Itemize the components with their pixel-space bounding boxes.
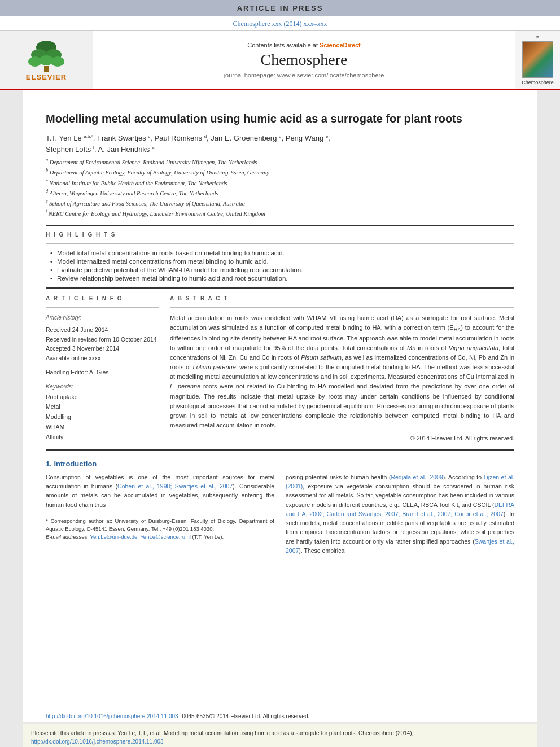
abstract-col: A B S T R A C T Metal accumulation in ro…	[170, 295, 514, 443]
author-romkens: Paul Römkens d,	[154, 134, 211, 142]
highlight-item: Review relationship between metal bindin…	[50, 275, 514, 282]
authors-line: T.T. Yen Le a,b,*, Frank Swartjes c, Pau…	[46, 133, 514, 155]
journal-cover-image	[522, 41, 553, 78]
footnote-area: * Corresponding author at: University of…	[46, 514, 274, 541]
author-lofts: Stephen Lofts f,	[46, 145, 98, 154]
article-info-abstract-area: A R T I C L E I N F O Article history: R…	[46, 295, 514, 443]
keyword-item: WHAM	[46, 422, 159, 433]
keyword-item: Root uptake	[46, 392, 159, 403]
article-info-col: A R T I C L E I N F O Article history: R…	[46, 295, 159, 443]
affiliations: a Department of Environmental Science, R…	[46, 157, 514, 219]
elsevier-logo-area: ELSEVIER	[0, 31, 93, 89]
issn-text: 0045-6535/© 2014 Elsevier Ltd. All right…	[182, 713, 309, 719]
journal-header-center: Contents lists available at ScienceDirec…	[93, 31, 515, 89]
contents-available: Contents lists available at ScienceDirec…	[247, 42, 361, 49]
introduction-section: 1. Introduction Consumption of vegetable…	[46, 460, 514, 555]
article-info-divider	[46, 307, 159, 308]
highlight-item: Model internalized metal concentrations …	[50, 258, 514, 265]
intro-col-right: posing potential risks to human health (…	[286, 473, 514, 555]
highlights-label: H I G H L I G H T S	[46, 231, 514, 238]
highlight-item: Model total metal concentrations in root…	[50, 250, 514, 256]
elsevier-tree-icon	[27, 39, 66, 73]
paper-title: Modelling metal accumulation using humic…	[46, 111, 514, 126]
elsevier-logo: ELSEVIER	[26, 39, 67, 81]
footnote-email: E-mail addresses: Yen.Le@uni-due.de, Yen…	[46, 533, 274, 541]
swartjes-ref-link[interactable]: Swartjes et al., 2007	[286, 538, 514, 554]
paper-body: Modelling metal accumulation using humic…	[23, 90, 537, 711]
author-hendriks: A. Jan Hendriks a	[98, 145, 155, 154]
available-date: Available online xxxx	[46, 353, 159, 363]
citation-text: Please cite this article in press as: Ye…	[31, 730, 413, 736]
email-link-1[interactable]: Yen.Le@uni-due.de	[90, 534, 138, 540]
svg-point-5	[51, 56, 64, 67]
highlights-list: Model total metal concentrations in root…	[50, 250, 514, 282]
journal-homepage: journal homepage: www.elsevier.com/locat…	[224, 72, 384, 78]
journal-cover-label: ≡	[536, 34, 539, 40]
email-link-2[interactable]: YenLe@science.ru.nl	[140, 534, 191, 540]
handling-editor: Handling Editor: A. Gies	[46, 368, 159, 377]
article-info-label: A R T I C L E I N F O	[46, 295, 159, 302]
top-divider	[46, 225, 514, 226]
accepted-date: Accepted 3 November 2014	[46, 344, 159, 353]
doi-bar: http://dx.doi.org/10.1016/j.chemosphere.…	[23, 711, 537, 722]
cover-journal-name: Chemosphere	[522, 80, 554, 85]
cohen-ref-link[interactable]: Cohen et al., 1998; Swartjes et al., 200…	[117, 483, 233, 490]
revised-date: Received in revised form 10 October 2014	[46, 335, 159, 344]
svg-rect-6	[44, 66, 49, 72]
copyright-line: © 2014 Elsevier Ltd. All rights reserved…	[170, 435, 514, 442]
sciencedirect-link[interactable]: ScienceDirect	[320, 42, 361, 49]
journal-citation[interactable]: Chemosphere xxx (2014) xxx–xxx	[233, 20, 327, 28]
doi-link[interactable]: http://dx.doi.org/10.1016/j.chemosphere.…	[46, 713, 178, 719]
highlights-section: H I G H L I G H T S Model total metal co…	[46, 231, 514, 282]
elsevier-text: ELSEVIER	[26, 73, 67, 81]
journal-link-bar: Chemosphere xxx (2014) xxx–xxx	[0, 16, 560, 31]
citation-doi-link[interactable]: http://dx.doi.org/10.1016/j.chemosphere.…	[31, 739, 164, 745]
article-in-press-banner: ARTICLE IN PRESS	[0, 0, 560, 16]
keyword-item: Affinity	[46, 433, 159, 443]
author-swartjes: Frank Swartjes c,	[97, 134, 155, 142]
article-history-label: Article history:	[46, 313, 159, 322]
abstract-bottom-divider	[46, 449, 514, 451]
keywords-label: Keywords:	[46, 382, 159, 391]
abstract-text: Metal accumulation in roots was modelled…	[170, 313, 514, 430]
intro-heading: 1. Introduction	[46, 460, 514, 468]
highlights-bottom-divider	[46, 287, 514, 289]
keywords-list: Root uptake Metal Modelling WHAM Affinit…	[46, 392, 159, 443]
intro-col-left: Consumption of vegetables is one of the …	[46, 473, 274, 555]
keyword-item: Metal	[46, 402, 159, 412]
citation-bar: Please cite this article in press as: Ye…	[23, 724, 537, 747]
author-wang: Peng Wang e,	[286, 134, 330, 142]
journal-cover-area: ≡ Chemosphere	[515, 31, 560, 89]
journal-title-big: Chemosphere	[261, 51, 348, 69]
defra-ref-link[interactable]: DEFRA and EA, 2002; Carlon and Swartjes,…	[286, 501, 514, 517]
article-info-section: Article history: Received 24 June 2014 R…	[46, 313, 159, 443]
intro-two-col: Consumption of vegetables is one of the …	[46, 473, 514, 555]
author-groenenberg: Jan E. Groenenberg d,	[211, 134, 285, 142]
footnote-corresponding: * Corresponding author at: University of…	[46, 517, 274, 534]
author-yen-le: T.T. Yen Le a,b,*,	[46, 134, 97, 142]
abstract-divider	[170, 307, 514, 308]
highlight-item: Evaluate predictive potential of the WHA…	[50, 267, 514, 273]
abstract-label: A B S T R A C T	[170, 295, 514, 302]
keyword-item: Modelling	[46, 412, 159, 422]
received-date: Received 24 June 2014	[46, 325, 159, 335]
journal-header: ELSEVIER Contents lists available at Sci…	[0, 31, 560, 90]
redjala-ref-link[interactable]: Redjala et al., 2009	[391, 474, 443, 480]
highlights-divider	[46, 243, 514, 244]
